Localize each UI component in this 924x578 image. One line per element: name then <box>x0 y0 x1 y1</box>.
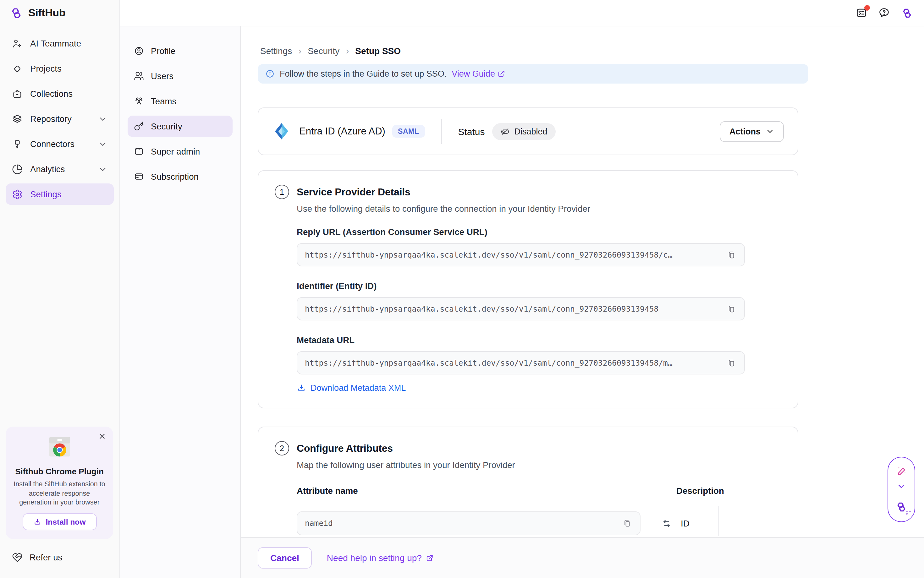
attribute-description: ID <box>681 518 690 528</box>
sidebar-item-projects[interactable]: Projects <box>6 58 114 79</box>
sidebar-item-label: Collections <box>30 89 73 98</box>
sifthub-assistant-icon[interactable] <box>895 501 908 513</box>
provider-name: Entra ID (Azure AD) <box>299 126 385 137</box>
actions-label: Actions <box>729 127 761 136</box>
install-now-button[interactable]: Install now <box>22 513 96 530</box>
install-now-label: Install now <box>46 517 86 526</box>
chevron-right-icon: › <box>298 45 301 56</box>
chevron-down-icon <box>98 114 107 123</box>
settings-nav-label: Teams <box>151 96 176 106</box>
breadcrumb: Settings › Security › Setup SSO <box>260 45 924 56</box>
chevron-down-icon[interactable] <box>896 481 906 491</box>
chrome-plugin-promo: Sifthub Chrome Plugin Install the SiftHu… <box>6 427 113 539</box>
section-title: Service Provider Details <box>297 186 410 198</box>
attribute-name-field[interactable]: nameid <box>297 511 641 535</box>
step-1-header: 1 Service Provider Details <box>275 185 781 199</box>
sidebar-item-analytics[interactable]: Analytics <box>6 158 114 180</box>
actions-button[interactable]: Actions <box>720 121 784 142</box>
sidebar-item-label: Analytics <box>30 164 65 174</box>
primary-nav: AI Teammate Projects Collections <box>0 26 119 205</box>
user-sparkle-icon <box>12 38 23 49</box>
heart-handshake-icon <box>12 552 23 563</box>
sparkle-dots <box>906 511 911 515</box>
settings-nav-subscription[interactable]: Subscription <box>128 166 233 187</box>
copy-icon[interactable] <box>727 304 737 314</box>
step-1-number: 1 <box>275 185 289 199</box>
banner-text: Follow the steps in the Guide to set up … <box>280 69 447 78</box>
settings-nav-super-admin[interactable]: Super admin <box>128 141 233 162</box>
service-provider-details-card: 1 Service Provider Details Use the follo… <box>258 170 798 408</box>
metadata-url-group: Metadata URL https://sifthub-ynpsarqaa4k… <box>297 336 781 375</box>
copy-icon[interactable] <box>727 358 737 368</box>
copy-icon[interactable] <box>622 518 632 528</box>
settings-nav-label: Users <box>151 71 174 81</box>
copy-icon[interactable] <box>727 250 737 260</box>
layers-icon <box>12 114 23 124</box>
user-circle-icon <box>134 46 144 56</box>
brand-name: SiftHub <box>28 7 65 19</box>
brand-logo: SiftHub <box>0 0 119 26</box>
topbar <box>120 0 924 26</box>
sifthub-logo-icon <box>10 6 23 20</box>
settings-nav-label: Subscription <box>151 172 198 181</box>
chevron-down-icon <box>98 139 107 149</box>
entity-id-field[interactable]: https://sifthub-ynpsarqaa4ka.scalekit.de… <box>297 297 745 320</box>
reply-url-field[interactable]: https://sifthub-ynpsarqaa4ka.scalekit.de… <box>297 243 745 266</box>
breadcrumb-settings[interactable]: Settings <box>260 45 292 55</box>
settings-sidebar: Profile Users Teams <box>120 26 241 578</box>
help-icon[interactable] <box>878 7 890 19</box>
magic-pen-icon[interactable] <box>895 465 907 477</box>
settings-nav-security[interactable]: Security <box>128 115 233 137</box>
promo-title: Sifthub Chrome Plugin <box>12 467 107 477</box>
metadata-url-field[interactable]: https://sifthub-ynpsarqaa4ka.scalekit.de… <box>297 351 745 375</box>
sso-provider-card: Entra ID (Azure AD) SAML Status Disabled… <box>258 107 798 155</box>
view-guide-link[interactable]: View Guide <box>452 69 506 78</box>
bag-icon <box>12 88 23 99</box>
configure-attributes-card: 2 Configure Attributes Map the following… <box>258 427 798 537</box>
projects-icon <box>12 63 23 74</box>
attribute-name-column-header: Attribute name <box>297 486 676 496</box>
sidebar-item-label: AI Teammate <box>30 39 81 48</box>
status-label: Status <box>458 126 485 136</box>
chrome-webstore-icon <box>46 434 73 459</box>
section-subtitle: Map the following user attributes in you… <box>297 461 781 470</box>
download-metadata-link[interactable]: Download Metadata XML <box>297 383 781 393</box>
sidebar-item-ai-teammate[interactable]: AI Teammate <box>6 32 114 54</box>
info-icon <box>265 69 275 78</box>
divider <box>441 119 442 144</box>
settings-nav-label: Security <box>151 122 182 131</box>
entity-id-value: https://sifthub-ynpsarqaa4ka.scalekit.de… <box>305 304 720 313</box>
sidebar-item-label: Connectors <box>30 139 75 149</box>
chevron-right-icon: › <box>346 45 349 56</box>
external-link-icon <box>426 554 434 562</box>
sifthub-mark-icon[interactable] <box>901 6 913 19</box>
settings-nav-users[interactable]: Users <box>128 65 233 87</box>
toggle-off-icon <box>501 127 510 136</box>
need-help-link[interactable]: Need help in setting up? <box>327 553 434 563</box>
chevron-down-icon <box>98 164 107 174</box>
status-badge: Disabled <box>493 123 556 140</box>
team-icon <box>134 96 144 106</box>
entity-id-label: Identifier (Entity ID) <box>297 281 781 291</box>
cancel-button[interactable]: Cancel <box>258 547 312 568</box>
notification-dot <box>864 5 870 11</box>
entra-id-logo-icon <box>272 122 291 141</box>
refer-us-button[interactable]: Refer us <box>12 552 62 563</box>
reply-url-value: https://sifthub-ynpsarqaa4ka.scalekit.de… <box>305 250 720 259</box>
sidebar-item-connectors[interactable]: Connectors <box>6 133 114 154</box>
attribute-name-value: nameid <box>305 519 616 528</box>
settings-nav-teams[interactable]: Teams <box>128 91 233 112</box>
pie-chart-icon <box>12 164 23 174</box>
download-metadata-label: Download Metadata XML <box>311 383 406 393</box>
settings-nav-profile[interactable]: Profile <box>128 40 233 62</box>
sidebar-item-settings[interactable]: Settings <box>6 183 114 205</box>
breadcrumb-security[interactable]: Security <box>308 45 340 55</box>
close-icon[interactable] <box>98 433 106 441</box>
section-title: Configure Attributes <box>297 443 393 454</box>
sidebar-item-label: Projects <box>30 64 62 73</box>
sidebar-item-label: Settings <box>30 190 62 199</box>
sidebar-item-collections[interactable]: Collections <box>6 83 114 104</box>
tasks-icon[interactable] <box>856 7 867 19</box>
sidebar-item-repository[interactable]: Repository <box>6 108 114 130</box>
node-network-icon <box>12 138 23 149</box>
